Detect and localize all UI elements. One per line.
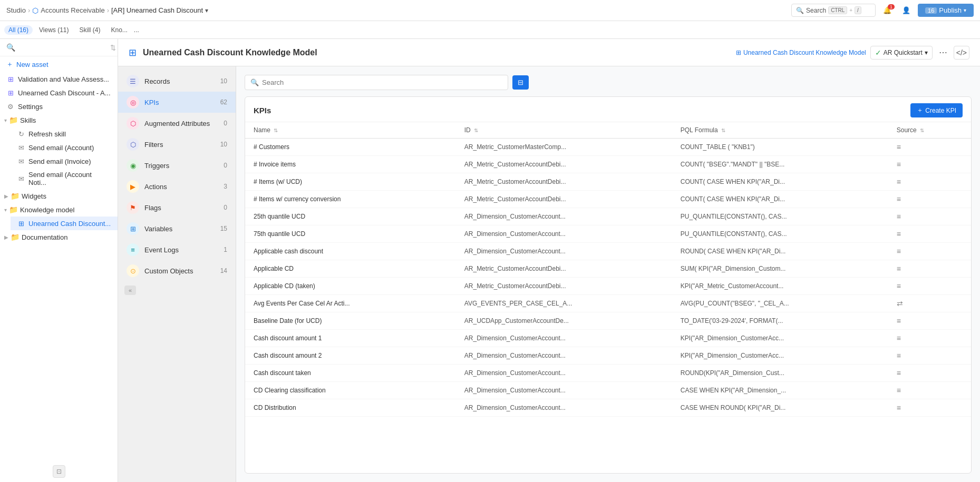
col-source[interactable]: Source ⇅ bbox=[888, 122, 971, 139]
tab-more[interactable]: ... bbox=[134, 26, 139, 34]
source-icon[interactable]: ≡ bbox=[897, 404, 901, 412]
col-pql[interactable]: PQL Formula ⇅ bbox=[672, 122, 888, 139]
nav-eventlogs-count: 1 bbox=[224, 246, 227, 253]
tab-all[interactable]: All (16) bbox=[4, 25, 33, 35]
cell-source[interactable]: ≡ bbox=[888, 382, 971, 399]
collapse-sidebar-btn[interactable]: ⊡ bbox=[53, 465, 65, 478]
cell-source[interactable]: ≡ bbox=[888, 347, 971, 365]
cell-id: AR_Dimension_CustomerAccount... bbox=[456, 365, 672, 382]
source-icon[interactable]: ≡ bbox=[897, 369, 901, 377]
source-icon[interactable]: ≡ bbox=[897, 160, 901, 169]
col-name[interactable]: Name ⇅ bbox=[245, 122, 456, 139]
cell-source[interactable]: ⇄ bbox=[888, 295, 971, 312]
cell-source[interactable]: ≡ bbox=[888, 260, 971, 278]
cell-source[interactable]: ≡ bbox=[888, 312, 971, 330]
cell-source[interactable]: ≡ bbox=[888, 365, 971, 382]
sidebar-item-send-invoice[interactable]: ✉ Send email (Invoice) bbox=[11, 154, 118, 168]
header-menu-icon[interactable]: ⋯ bbox=[937, 45, 949, 60]
nav-records-label: Records bbox=[144, 77, 215, 85]
nav-item-eventlogs[interactable]: ≡ Event Logs 1 bbox=[118, 239, 236, 260]
nav-filters-label: Filters bbox=[144, 141, 215, 149]
nav-item-kpis[interactable]: ◎ KPIs 62 bbox=[118, 92, 236, 113]
cell-source[interactable]: ≡ bbox=[888, 208, 971, 225]
user-icon[interactable]: 👤 bbox=[899, 3, 914, 18]
source-icon[interactable]: ≡ bbox=[897, 317, 901, 325]
sidebar-item-ucd[interactable]: ⊞ Unearned Cash Discount... bbox=[11, 217, 118, 230]
cell-source[interactable]: ≡ bbox=[888, 243, 971, 260]
cell-source[interactable]: ≡ bbox=[888, 173, 971, 191]
filter-button[interactable]: ⊟ bbox=[512, 75, 529, 90]
kpis-table-container: Name ⇅ ID ⇅ PQL Formula bbox=[245, 122, 971, 473]
documentation-folder[interactable]: ▶ 📁 Documentation bbox=[0, 230, 118, 244]
sidebar-item-refresh-label: Refresh skill bbox=[28, 130, 66, 138]
nav-item-custom[interactable]: ⊙ Custom Objects 14 bbox=[118, 260, 236, 281]
cell-name: CD Clearing classification bbox=[245, 382, 456, 399]
cell-source[interactable]: ≡ bbox=[888, 278, 971, 295]
cell-name: Applicable CD bbox=[245, 260, 456, 278]
source-icon[interactable]: ≡ bbox=[897, 230, 901, 238]
nav-item-filters[interactable]: ⬡ Filters 10 bbox=[118, 134, 236, 155]
tab-skill[interactable]: Skill (4) bbox=[75, 25, 104, 35]
cell-source[interactable]: ≡ bbox=[888, 156, 971, 173]
top-bar: Studio › ⬡ Accounts Receivable › [AR] Un… bbox=[0, 0, 980, 21]
cell-source[interactable]: ≡ bbox=[888, 139, 971, 156]
sidebar-item-send-notif[interactable]: ✉ Send email (Account Noti... bbox=[11, 168, 118, 189]
new-asset-button[interactable]: ＋ New asset bbox=[0, 56, 118, 72]
breadcrumb-dropdown-btn[interactable]: ▾ bbox=[205, 7, 208, 14]
sidebar-search-input[interactable] bbox=[18, 44, 107, 52]
sort-name-icon: ⇅ bbox=[274, 127, 278, 133]
nav-item-augmented[interactable]: ⬡ Augmented Attributes 0 bbox=[118, 113, 236, 134]
kpis-search-input[interactable] bbox=[262, 78, 502, 86]
kpis-icon: ◎ bbox=[127, 96, 139, 109]
header-breadcrumb-link[interactable]: ⊞ Unearned Cash Discount Knowledge Model bbox=[736, 49, 866, 56]
create-kpi-button[interactable]: ＋ Create KPI bbox=[910, 103, 963, 117]
nav-item-flags[interactable]: ⚑ Flags 0 bbox=[118, 197, 236, 218]
notification-icon[interactable]: 🔔 1 bbox=[880, 3, 895, 18]
sidebar-item-send-account[interactable]: ✉ Send email (Account) bbox=[11, 141, 118, 154]
source-icon[interactable]: ⇄ bbox=[897, 299, 903, 308]
sidebar-sort-icons[interactable]: ⇅ ⬍ bbox=[110, 44, 118, 52]
tab-views[interactable]: Views (11) bbox=[35, 25, 73, 35]
table-row: CD Clearing classificationAR_Dimension_C… bbox=[245, 382, 971, 399]
source-icon[interactable]: ≡ bbox=[897, 212, 901, 221]
source-icon[interactable]: ≡ bbox=[897, 351, 901, 360]
source-icon[interactable]: ≡ bbox=[897, 247, 901, 255]
source-icon[interactable]: ≡ bbox=[897, 195, 901, 203]
nav-item-variables[interactable]: ⊞ Variables 15 bbox=[118, 218, 236, 239]
quickstart-button[interactable]: ✓ AR Quickstart ▾ bbox=[870, 46, 933, 60]
cell-source[interactable]: ≡ bbox=[888, 225, 971, 243]
breadcrumb-accounts-receivable[interactable]: Accounts Receivable bbox=[41, 6, 104, 14]
sidebar-item-refresh[interactable]: ↻ Refresh skill bbox=[11, 127, 118, 141]
publish-button[interactable]: 16 Publish ▾ bbox=[918, 4, 974, 17]
nav-item-records[interactable]: ☰ Records 10 bbox=[118, 71, 236, 92]
nav-item-triggers[interactable]: ◉ Triggers 0 bbox=[118, 155, 236, 176]
gear-icon: ⚙ bbox=[6, 102, 15, 111]
global-search-box[interactable]: 🔍 Search CTRL + / bbox=[791, 4, 876, 17]
nav-item-actions[interactable]: ▶ Actions 3 bbox=[118, 176, 236, 197]
nav-collapse-btn[interactable]: « bbox=[124, 286, 136, 295]
cell-source[interactable]: ≡ bbox=[888, 399, 971, 417]
sidebar-item-unearned[interactable]: ⊞ Unearned Cash Discount - A... bbox=[0, 86, 118, 100]
cell-source[interactable]: ≡ bbox=[888, 330, 971, 347]
breadcrumb-studio[interactable]: Studio bbox=[6, 6, 26, 14]
header-code-icon[interactable]: </> bbox=[954, 46, 969, 60]
source-icon[interactable]: ≡ bbox=[897, 386, 901, 395]
source-icon[interactable]: ≡ bbox=[897, 143, 901, 151]
source-icon[interactable]: ≡ bbox=[897, 334, 901, 342]
tab-kno[interactable]: Kno... bbox=[107, 25, 132, 35]
kpis-search-box[interactable]: 🔍 bbox=[245, 75, 508, 90]
cell-name: Cash discount taken bbox=[245, 365, 456, 382]
cell-source[interactable]: ≡ bbox=[888, 191, 971, 208]
knowledge-model-folder[interactable]: ▾ 📁 Knowledge model bbox=[0, 203, 118, 217]
skills-folder[interactable]: ▾ 📁 Skills bbox=[0, 113, 118, 127]
breadcrumb-sep2: › bbox=[107, 6, 109, 14]
widgets-folder[interactable]: ▶ 📁 Widgets bbox=[0, 189, 118, 203]
source-icon[interactable]: ≡ bbox=[897, 282, 901, 290]
sidebar-item-validation[interactable]: ⊞ Validation and Value Assess... bbox=[0, 72, 118, 86]
col-id[interactable]: ID ⇅ bbox=[456, 122, 672, 139]
notification-count: 1 bbox=[888, 4, 895, 9]
source-icon[interactable]: ≡ bbox=[897, 178, 901, 186]
page-header-actions: ⊞ Unearned Cash Discount Knowledge Model… bbox=[736, 45, 969, 60]
sidebar-item-settings[interactable]: ⚙ Settings bbox=[0, 100, 118, 113]
source-icon[interactable]: ≡ bbox=[897, 264, 901, 273]
